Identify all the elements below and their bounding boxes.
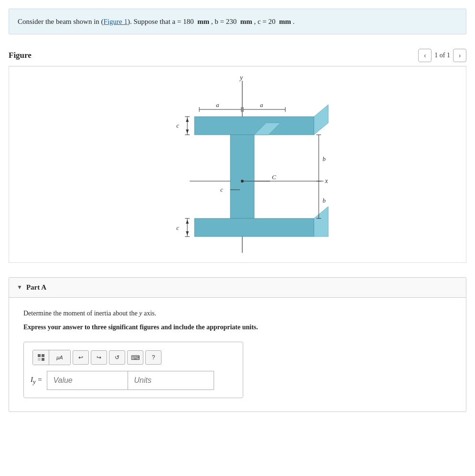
svg-marker-7: [314, 105, 328, 135]
chevron-left-icon: ‹: [424, 52, 426, 59]
figure-image-container: y x a a: [9, 66, 466, 263]
figure-section: Figure ‹ 1 of 1 › y x: [9, 49, 466, 263]
svg-text:C: C: [272, 173, 276, 181]
svg-rect-5: [230, 135, 254, 218]
figure-link[interactable]: Figure 1: [104, 18, 128, 25]
svg-rect-45: [42, 358, 44, 361]
svg-rect-42: [38, 354, 41, 357]
figure-next-button[interactable]: ›: [453, 49, 466, 62]
svg-rect-6: [194, 218, 314, 237]
value-input[interactable]: [47, 371, 128, 390]
help-btn[interactable]: ?: [145, 350, 162, 365]
figure-prev-button[interactable]: ‹: [418, 49, 432, 62]
collapse-icon: ▼: [17, 284, 22, 291]
svg-text:y: y: [239, 74, 243, 81]
figure-page-info: 1 of 1: [434, 52, 450, 59]
svg-text:c: c: [220, 186, 223, 193]
input-row: Iy =: [31, 371, 236, 390]
part-a-instruction: Express your answer to three significant…: [23, 322, 452, 332]
part-a-section: ▼ Part A Determine the moment of inertia…: [9, 277, 466, 412]
svg-text:a: a: [216, 101, 219, 108]
svg-text:c: c: [176, 224, 179, 231]
svg-marker-9: [314, 206, 328, 237]
svg-rect-43: [42, 354, 44, 357]
chevron-right-icon: ›: [459, 52, 461, 59]
redo-icon: ↪: [97, 354, 101, 361]
tool-btn-group-matrix: μA: [32, 350, 71, 365]
units-input[interactable]: [128, 371, 214, 390]
keyboard-icon: ⌨: [131, 354, 140, 361]
keyboard-btn[interactable]: ⌨: [127, 350, 143, 365]
mu-a-btn[interactable]: μA: [49, 350, 70, 365]
svg-marker-40: [186, 231, 189, 235]
refresh-icon: ↺: [115, 354, 119, 361]
answer-toolbar: μA ↩ ↪ ↺ ⌨ ?: [31, 350, 236, 365]
variable-label: Iy =: [31, 376, 42, 386]
help-label: ?: [152, 354, 155, 361]
part-a-content: Determine the moment of inertia about th…: [9, 298, 466, 411]
svg-marker-39: [186, 118, 189, 122]
part-a-label: Part A: [26, 283, 46, 292]
svg-text:a: a: [260, 101, 263, 108]
beam-diagram: y x a a: [142, 71, 333, 253]
undo-icon: ↩: [78, 354, 83, 361]
part-a-description: Determine the moment of inertia about th…: [23, 308, 452, 318]
svg-point-34: [241, 180, 244, 183]
svg-marker-41: [186, 220, 189, 224]
svg-rect-44: [38, 358, 41, 361]
problem-text-prefix: Consider the beam shown in (: [18, 18, 104, 25]
figure-title: Figure: [9, 51, 32, 60]
svg-marker-38: [186, 130, 189, 133]
matrix-icon-btn[interactable]: [33, 350, 49, 365]
answer-box: μA ↩ ↪ ↺ ⌨ ?: [23, 342, 243, 398]
figure-nav: ‹ 1 of 1 ›: [418, 49, 466, 62]
undo-btn[interactable]: ↩: [73, 350, 89, 365]
problem-text-suffix: ). Suppose that: [128, 18, 172, 25]
svg-rect-4: [194, 117, 314, 135]
matrix-icon: [37, 353, 45, 362]
svg-text:b: b: [323, 197, 326, 204]
svg-text:x: x: [324, 177, 328, 184]
redo-btn[interactable]: ↪: [91, 350, 107, 365]
svg-text:c: c: [176, 122, 179, 129]
problem-variables: a = 180 mm , b = 230 mm , c = 20 mm .: [172, 18, 294, 25]
part-a-header[interactable]: ▼ Part A: [9, 278, 466, 298]
refresh-btn[interactable]: ↺: [109, 350, 125, 365]
figure-header: Figure ‹ 1 of 1 ›: [9, 49, 466, 66]
mu-a-label: μA: [56, 355, 63, 360]
problem-statement: Consider the beam shown in (Figure 1). S…: [9, 9, 466, 34]
svg-text:b: b: [323, 155, 326, 162]
